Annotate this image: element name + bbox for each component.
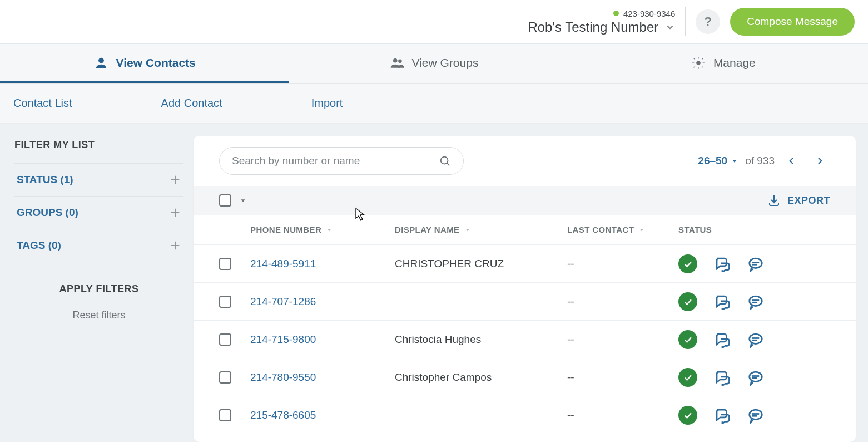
conversation-icon[interactable] — [714, 256, 731, 272]
message-icon[interactable] — [747, 256, 764, 272]
conversation-icon[interactable] — [714, 407, 731, 424]
svg-line-11 — [447, 163, 449, 165]
row-actions — [678, 368, 830, 387]
row-actions — [678, 406, 830, 425]
conversation-icon[interactable] — [714, 331, 731, 348]
svg-point-2 — [398, 60, 401, 62]
filter-group-label: STATUS (1) — [17, 174, 73, 186]
last-contact: -- — [567, 296, 574, 307]
chevron-right-icon — [815, 156, 824, 165]
help-button[interactable]: ? — [696, 9, 720, 34]
plus-icon — [169, 207, 181, 219]
status-ok-icon — [678, 368, 697, 387]
table-row: 214-707-1286 -- — [194, 283, 856, 321]
row-checkbox[interactable] — [219, 409, 231, 421]
reset-filters-link[interactable]: Reset filters — [14, 310, 183, 321]
tab-label: View Groups — [412, 56, 479, 70]
table-row: 214-780-9550 Christopher Campos -- — [194, 358, 856, 396]
sort-icon — [638, 227, 645, 233]
filter-group-label: TAGS (0) — [17, 239, 61, 252]
svg-point-3 — [697, 61, 701, 65]
group-icon — [390, 56, 404, 70]
phone-link[interactable]: 214-715-9800 — [250, 333, 316, 345]
col-status-header: STATUS — [678, 225, 830, 234]
app-header: 423-930-9346 Rob's Testing Number ? Comp… — [0, 0, 868, 43]
row-checkbox[interactable] — [219, 296, 231, 308]
phone-link[interactable]: 215-478-6605 — [250, 409, 316, 421]
pager-total: of 933 — [745, 155, 775, 167]
svg-point-10 — [441, 157, 448, 164]
tab-view-contacts[interactable]: View Contacts — [0, 44, 289, 83]
select-all-wrap — [219, 194, 247, 207]
tab-view-groups[interactable]: View Groups — [289, 44, 578, 83]
svg-marker-16 — [640, 229, 643, 231]
account-selector[interactable]: 423-930-9346 Rob's Testing Number — [528, 9, 675, 35]
filter-group-status[interactable]: STATUS (1) — [14, 163, 183, 196]
row-checkbox[interactable] — [219, 258, 231, 270]
select-all-checkbox[interactable] — [219, 194, 231, 207]
phone-link[interactable]: 214-489-5911 — [250, 258, 316, 269]
message-icon[interactable] — [747, 331, 764, 348]
phone-link[interactable]: 214-780-9550 — [250, 371, 316, 383]
phone-link[interactable]: 214-707-1286 — [250, 296, 316, 307]
table-row: 214-489-5911 CHRISTOPHER CRUZ -- — [194, 245, 856, 283]
col-phone-header[interactable]: PHONE NUMBER — [250, 225, 395, 234]
row-actions — [678, 292, 830, 311]
svg-marker-12 — [733, 160, 737, 163]
status-ok-icon — [678, 330, 697, 349]
apply-filters-button[interactable]: APPLY FILTERS — [59, 283, 138, 295]
search-wrap — [219, 147, 464, 175]
help-icon: ? — [705, 14, 712, 29]
account-phone: 423-930-9346 — [623, 9, 675, 18]
pager-range-selector[interactable]: 26–50 — [698, 155, 738, 167]
tab-label: View Contacts — [116, 56, 196, 70]
status-ok-icon — [678, 254, 697, 273]
main-tabs: View Contacts View Groups Manage — [0, 43, 868, 84]
compose-message-button[interactable]: Compose Message — [730, 8, 855, 36]
last-contact: -- — [567, 333, 574, 345]
search-input[interactable] — [232, 155, 439, 167]
display-name: Christocia Hughes — [395, 333, 481, 345]
display-name: CHRISTOPHER CRUZ — [395, 258, 504, 269]
filter-title: FILTER MY LIST — [14, 139, 183, 151]
chevron-left-icon — [787, 156, 796, 165]
table-toolbar: EXPORT — [194, 186, 856, 215]
subtab-add-contact[interactable]: Add Contact — [161, 97, 222, 110]
status-dot-icon — [613, 11, 619, 16]
sort-icon — [464, 227, 471, 233]
message-icon[interactable] — [747, 407, 764, 424]
last-contact: -- — [567, 371, 574, 383]
message-icon[interactable] — [747, 369, 764, 386]
status-ok-icon — [678, 292, 697, 311]
gear-icon — [691, 56, 706, 70]
pager-next-button[interactable] — [809, 150, 830, 171]
contacts-panel: 26–50 of 933 EXPORT — [194, 136, 856, 442]
account-phone-row: 423-930-9346 — [613, 9, 675, 18]
tab-manage[interactable]: Manage — [579, 44, 868, 83]
subtab-contact-list[interactable]: Contact List — [13, 97, 72, 110]
export-label: EXPORT — [787, 195, 830, 207]
last-contact: -- — [567, 409, 574, 421]
filter-group-groups[interactable]: GROUPS (0) — [14, 196, 183, 229]
pager: 26–50 of 933 — [698, 150, 830, 171]
svg-marker-15 — [466, 229, 469, 231]
svg-marker-14 — [328, 229, 331, 231]
conversation-icon[interactable] — [714, 369, 731, 386]
caret-down-icon[interactable] — [239, 197, 247, 204]
export-button[interactable]: EXPORT — [767, 194, 830, 207]
row-checkbox[interactable] — [219, 333, 231, 346]
search-icon — [439, 155, 451, 167]
subtab-import[interactable]: Import — [311, 97, 343, 110]
col-label: LAST CONTACT — [567, 225, 634, 234]
col-last-header[interactable]: LAST CONTACT — [567, 225, 678, 234]
message-icon[interactable] — [747, 293, 764, 310]
pager-prev-button[interactable] — [781, 150, 802, 171]
row-checkbox[interactable] — [219, 371, 231, 384]
filter-sidebar: FILTER MY LIST STATUS (1) GROUPS (0) TAG… — [0, 124, 194, 442]
filter-group-tags[interactable]: TAGS (0) — [14, 229, 183, 262]
col-name-header[interactable]: DISPLAY NAME — [395, 225, 567, 234]
conversation-icon[interactable] — [714, 293, 731, 310]
sub-tabs: Contact List Add Contact Import — [0, 84, 868, 124]
svg-point-0 — [98, 58, 103, 63]
table-header-row: PHONE NUMBER DISPLAY NAME LAST CONTACT S… — [194, 215, 856, 245]
